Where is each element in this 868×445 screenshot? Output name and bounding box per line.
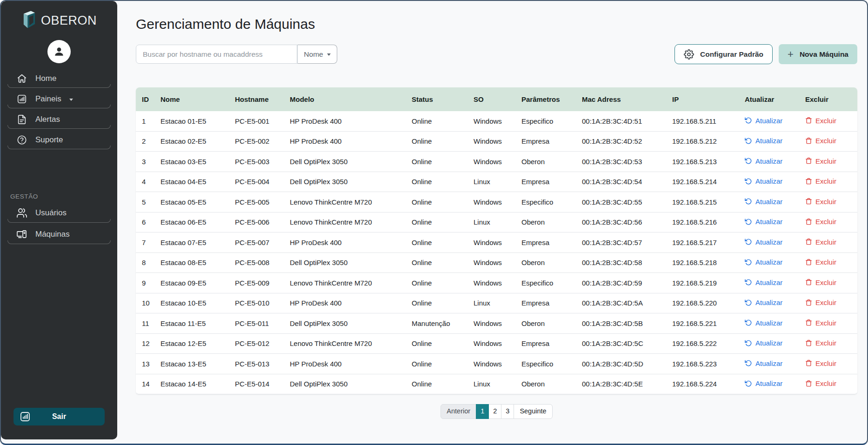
- sidebar-item-label: Alertas: [35, 115, 60, 124]
- trash-icon: [805, 218, 812, 226]
- column-header-excluir: Excluir: [801, 87, 857, 111]
- refresh-icon: [745, 178, 752, 185]
- cell-ip: 192.168.5.219: [668, 273, 741, 293]
- machines-table: IDNomeHostnameModeloStatusSOParâmetrosMa…: [136, 87, 857, 394]
- cell-atualizar: Atualizar: [741, 111, 801, 132]
- table-row: 1Estacao 01-E5PC-E5-001HP ProDesk 400Onl…: [136, 111, 857, 132]
- table-row: 12Estacao 12-E5PC-E5-012Lenovo ThinkCent…: [136, 334, 857, 354]
- cell-excluir: Excluir: [801, 354, 857, 374]
- bar-chart-icon: [16, 94, 27, 104]
- table-row: 10Estacao 10-E5PC-E5-010HP ProDesk 400On…: [136, 293, 857, 314]
- cell-mac: 00:1A:2B:3C:4D:56: [578, 213, 668, 233]
- pagination-next[interactable]: Seguinte: [514, 404, 552, 419]
- update-link-label: Atualizar: [755, 359, 782, 367]
- logout-button[interactable]: Sair: [13, 408, 105, 425]
- cell-id: 7: [136, 232, 157, 253]
- cell-nome: Estacao 12-E5: [157, 334, 231, 354]
- divider: [7, 219, 111, 223]
- update-link[interactable]: Atualizar: [745, 177, 782, 185]
- delete-link[interactable]: Excluir: [805, 359, 836, 367]
- cell-ip: 192.168.5.220: [668, 293, 741, 314]
- update-link[interactable]: Atualizar: [745, 157, 782, 165]
- update-link[interactable]: Atualizar: [745, 198, 782, 206]
- cell-modelo: Dell OptiPlex 3050: [286, 313, 408, 334]
- delete-link[interactable]: Excluir: [805, 137, 836, 145]
- cell-nome: Estacao 11-E5: [157, 313, 231, 334]
- refresh-icon: [745, 137, 752, 145]
- new-machine-button[interactable]: + Nova Máquina: [779, 44, 857, 64]
- update-link[interactable]: Atualizar: [745, 279, 782, 286]
- table-row: 2Estacao 02-E5PC-E5-002HP ProDesk 400Onl…: [136, 132, 857, 152]
- app-window: OBERON Home Paineis: [0, 0, 868, 445]
- column-header-mac-adress: Mac Adress: [578, 87, 668, 111]
- refresh-icon: [745, 339, 752, 347]
- update-link[interactable]: Atualizar: [745, 339, 782, 347]
- cell-nome: Estacao 03-E5: [157, 152, 231, 172]
- delete-link[interactable]: Excluir: [805, 117, 836, 125]
- cell-id: 5: [136, 192, 157, 213]
- table-row: 14Estacao 14-E5PC-E5-014Dell OptiPlex 30…: [136, 374, 857, 395]
- cell-mac: 00:1A:2B:3C:4D:5A: [578, 293, 668, 314]
- update-link-label: Atualizar: [755, 198, 782, 206]
- delete-link[interactable]: Excluir: [805, 379, 836, 387]
- column-header-ip: IP: [668, 87, 741, 111]
- delete-link[interactable]: Excluir: [805, 177, 836, 185]
- update-link[interactable]: Atualizar: [745, 218, 782, 226]
- cell-atualizar: Atualizar: [741, 253, 801, 273]
- delete-link[interactable]: Excluir: [805, 198, 836, 206]
- cell-ip: 192.168.5.216: [668, 213, 741, 233]
- delete-link[interactable]: Excluir: [805, 339, 836, 347]
- update-link[interactable]: Atualizar: [745, 379, 782, 387]
- configure-default-label: Configurar Padrão: [700, 50, 763, 59]
- cell-nome: Estacao 07-E5: [157, 232, 231, 253]
- cell-atualizar: Atualizar: [741, 334, 801, 354]
- cell-so: Windows: [470, 111, 518, 132]
- delete-link[interactable]: Excluir: [805, 319, 836, 327]
- users-icon: [16, 207, 27, 219]
- pagination-page-2[interactable]: 2: [488, 404, 501, 419]
- delete-link[interactable]: Excluir: [805, 279, 836, 286]
- pagination-page-1[interactable]: 1: [476, 404, 489, 419]
- cell-so: Windows: [470, 152, 518, 172]
- help-circle-icon: [16, 135, 27, 145]
- cell-modelo: Dell OptiPlex 3050: [286, 253, 408, 273]
- cell-status: Online: [408, 111, 470, 132]
- trash-icon: [805, 319, 812, 326]
- delete-link-label: Excluir: [815, 177, 836, 185]
- update-link[interactable]: Atualizar: [745, 299, 782, 306]
- update-link[interactable]: Atualizar: [745, 137, 782, 145]
- cell-excluir: Excluir: [801, 232, 857, 253]
- table-row: 13Estacao 13-E5PC-E5-013HP ProDesk 400On…: [136, 354, 857, 374]
- new-machine-label: Nova Máquina: [800, 50, 848, 59]
- update-link-label: Atualizar: [755, 117, 782, 125]
- configure-default-button[interactable]: Configurar Padrão: [674, 44, 773, 64]
- cell-nome: Estacao 02-E5: [157, 132, 231, 152]
- cell-atualizar: Atualizar: [741, 313, 801, 334]
- refresh-icon: [745, 279, 752, 286]
- sidebar-nav: Home Paineis Alertas: [1, 69, 117, 149]
- update-link[interactable]: Atualizar: [745, 238, 782, 246]
- update-link[interactable]: Atualizar: [745, 258, 782, 266]
- cell-hostname: PC-E5-003: [231, 152, 286, 172]
- sidebar-section-gestao: GESTÃO: [10, 193, 117, 200]
- cell-status: Online: [408, 192, 470, 213]
- delete-link[interactable]: Excluir: [805, 258, 836, 266]
- pagination-previous[interactable]: Anterior: [441, 404, 476, 419]
- filter-dropdown[interactable]: Nome: [297, 45, 337, 64]
- delete-link[interactable]: Excluir: [805, 299, 836, 306]
- update-link[interactable]: Atualizar: [745, 319, 782, 327]
- delete-link[interactable]: Excluir: [805, 238, 836, 246]
- delete-link[interactable]: Excluir: [805, 218, 836, 226]
- table-row: 11Estacao 11-E5PC-E5-011Dell OptiPlex 30…: [136, 313, 857, 334]
- cell-modelo: HP ProDesk 400: [286, 293, 408, 314]
- update-link[interactable]: Atualizar: [745, 359, 782, 367]
- delete-link-label: Excluir: [815, 359, 836, 367]
- divider: [7, 240, 111, 244]
- trash-icon: [805, 359, 812, 367]
- avatar: [47, 40, 71, 63]
- delete-link[interactable]: Excluir: [805, 157, 836, 165]
- pagination-page-3[interactable]: 3: [501, 404, 514, 419]
- update-link[interactable]: Atualizar: [745, 117, 782, 125]
- search-group: Nome: [136, 45, 337, 64]
- search-input[interactable]: [136, 45, 297, 64]
